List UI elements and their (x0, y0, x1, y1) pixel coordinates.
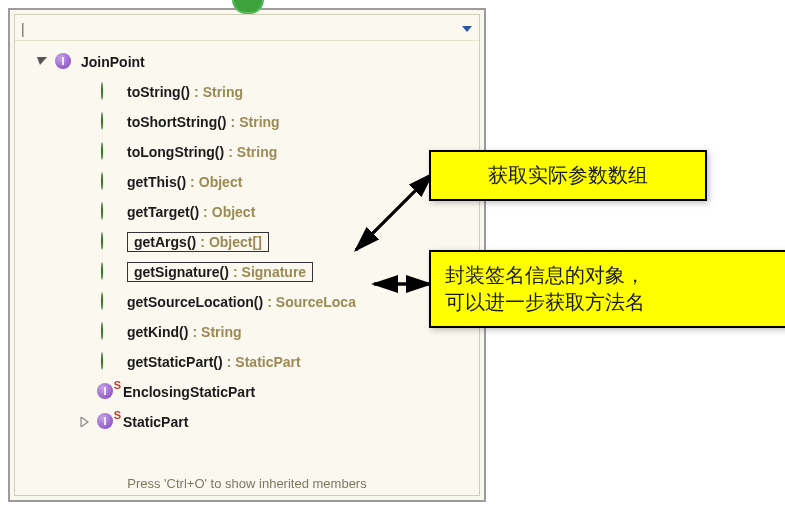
public-method-icon (101, 203, 119, 221)
return-type: String (203, 84, 243, 100)
interface-icon (55, 53, 73, 71)
callout-getargs: 获取实际参数数组 (429, 150, 707, 201)
tree-node-method[interactable]: toShortString() : String (15, 107, 479, 137)
node-label: getArgs() (134, 234, 196, 250)
type-separator: : (190, 84, 203, 100)
public-method-icon (101, 83, 119, 101)
node-label: getTarget() (127, 204, 199, 220)
return-type: Object (212, 204, 256, 220)
tree-node-method[interactable]: getStaticPart() : StaticPart (15, 347, 479, 377)
highlight-box: getSignature() : Signature (127, 262, 313, 282)
tree-node-subtype[interactable]: S StaticPart (15, 407, 479, 437)
node-label: getSignature() (134, 264, 229, 280)
public-method-icon (101, 293, 119, 311)
return-type: SourceLoca (276, 294, 356, 310)
type-separator: : (188, 324, 201, 340)
return-type: Object (199, 174, 243, 190)
node-label: EnclosingStaticPart (123, 384, 255, 400)
tree-node-method[interactable]: toString() : String (15, 77, 479, 107)
public-method-icon (101, 353, 119, 371)
svg-marker-2 (81, 417, 88, 427)
type-separator: : (229, 264, 242, 280)
node-label: toString() (127, 84, 190, 100)
type-separator: : (223, 354, 236, 370)
svg-marker-0 (462, 26, 472, 32)
public-method-icon (101, 323, 119, 341)
public-method-icon (101, 173, 119, 191)
public-method-icon (101, 233, 119, 251)
node-label: toLongString() (127, 144, 224, 160)
node-label: getThis() (127, 174, 186, 190)
svg-line-4 (356, 174, 432, 250)
type-separator: : (224, 144, 237, 160)
view-menu-dropdown-icon[interactable] (461, 23, 473, 35)
type-separator: : (227, 114, 240, 130)
node-label: StaticPart (123, 414, 188, 430)
type-separator: : (263, 294, 276, 310)
expander-expand-icon[interactable] (77, 415, 91, 429)
tree-node-method[interactable]: toLongString() : String (15, 137, 479, 167)
node-label: toShortString() (127, 114, 227, 130)
return-type: Signature (242, 264, 307, 280)
filter-input[interactable]: | (21, 20, 461, 38)
tree-node-subtype[interactable]: S EnclosingStaticPart (15, 377, 479, 407)
interface-static-icon: S (97, 413, 115, 431)
public-method-icon (101, 263, 119, 281)
type-separator: : (186, 174, 199, 190)
type-separator: : (196, 234, 209, 250)
return-type: String (239, 114, 279, 130)
filter-row: | (15, 15, 479, 41)
hint-footer: Press 'Ctrl+O' to show inherited members (15, 476, 479, 491)
interface-static-icon: S (97, 383, 115, 401)
public-method-icon (101, 113, 119, 131)
node-label: getStaticPart() (127, 354, 223, 370)
tree-node-method[interactable]: getKind() : String (15, 317, 479, 347)
node-label: getSourceLocation() (127, 294, 263, 310)
type-separator: : (199, 204, 212, 220)
expander-collapse-icon[interactable] (35, 55, 49, 69)
public-method-icon (101, 143, 119, 161)
svg-marker-1 (37, 57, 47, 65)
return-type: Object[] (209, 234, 262, 250)
return-type: String (201, 324, 241, 340)
highlight-box: getArgs() : Object[] (127, 232, 269, 252)
tree-node-root[interactable]: JoinPoint (15, 47, 479, 77)
expander-placeholder (77, 385, 91, 399)
node-label: getKind() (127, 324, 188, 340)
return-type: StaticPart (235, 354, 300, 370)
callout-getsignature: 封装签名信息的对象， 可以进一步获取方法名 (429, 250, 785, 328)
node-label: JoinPoint (81, 54, 145, 70)
return-type: String (237, 144, 277, 160)
